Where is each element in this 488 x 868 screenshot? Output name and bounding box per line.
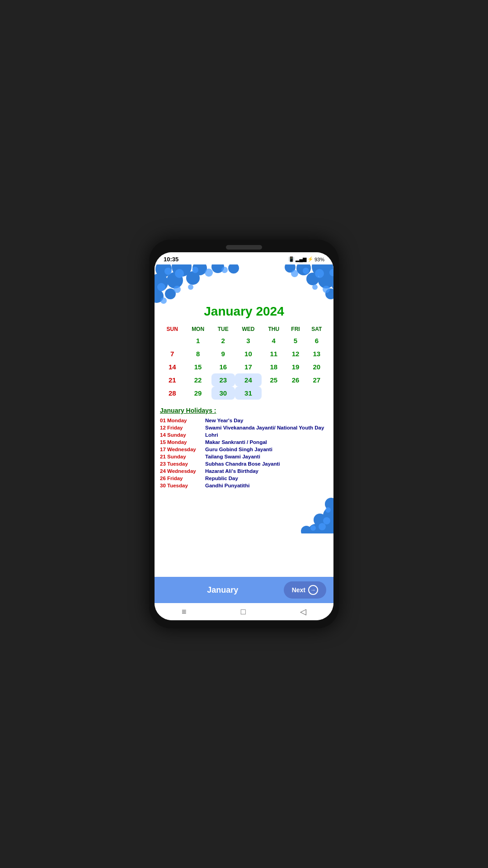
- calendar-grid: SUN MON TUE WED THU FRI SAT 123456789101…: [160, 324, 328, 400]
- snow-spacer: [155, 497, 333, 533]
- calendar-cell[interactable]: 8: [184, 347, 211, 360]
- main-content: January 2024 SUN MON TUE WED THU FRI SAT: [155, 264, 333, 577]
- calendar-cell[interactable]: 29: [184, 387, 211, 400]
- holidays-list: 01 MondayNew Year's Day12 FridaySwami Vi…: [160, 418, 328, 488]
- vibrate-icon: 📳: [288, 256, 295, 262]
- calendar-cell[interactable]: [262, 387, 286, 400]
- status-icons: 📳 ▂▄▆ ⚡ 93%: [288, 256, 324, 262]
- calendar-cell[interactable]: 10: [235, 347, 262, 360]
- calendar-cell[interactable]: 24: [235, 373, 262, 387]
- holiday-date: 15 Monday: [160, 439, 205, 445]
- battery-percent: 93%: [314, 257, 324, 262]
- calendar-cell[interactable]: 19: [286, 360, 305, 373]
- calendar-cell[interactable]: 14: [160, 360, 184, 373]
- calendar-cell[interactable]: 4: [262, 334, 286, 347]
- back-icon[interactable]: ◁: [300, 607, 306, 617]
- svg-point-45: [325, 507, 331, 513]
- header-tue: TUE: [211, 324, 235, 334]
- holiday-item: 12 FridaySwami Vivekananda Jayanti/ Nati…: [160, 425, 328, 430]
- holiday-name: Gandhi Punyatithi: [205, 483, 328, 488]
- holiday-date: 21 Sunday: [160, 454, 205, 459]
- calendar-row-3: 21222324252627: [160, 373, 328, 387]
- status-bar: 10:35 📳 ▂▄▆ ⚡ 93%: [155, 252, 333, 264]
- header-sat: SAT: [305, 324, 328, 334]
- holiday-date: 30 Tuesday: [160, 483, 205, 488]
- header-fri: FRI: [286, 324, 305, 334]
- holiday-item: 24 WednesdayHazarat Ali's Birthday: [160, 468, 328, 474]
- calendar-cell[interactable]: [305, 387, 328, 400]
- calendar-cell[interactable]: 20: [305, 360, 328, 373]
- holiday-item: 23 TuesdaySubhas Chandra Bose Jayanti: [160, 461, 328, 467]
- calendar-cell[interactable]: 26: [286, 373, 305, 387]
- calendar-cell[interactable]: 25: [262, 373, 286, 387]
- calendar-cell[interactable]: 12: [286, 347, 305, 360]
- header-wed: WED: [235, 324, 262, 334]
- holiday-date: 01 Monday: [160, 418, 205, 423]
- holiday-date: 26 Friday: [160, 476, 205, 481]
- calendar-cell[interactable]: 16: [211, 360, 235, 373]
- calendar-cell[interactable]: 5: [286, 334, 305, 347]
- calendar-cell[interactable]: 31: [235, 387, 262, 400]
- holiday-item: 30 TuesdayGandhi Punyatithi: [160, 483, 328, 488]
- holiday-item: 17 WednesdayGuru Gobind Singh Jayanti: [160, 447, 328, 452]
- holiday-item: 14 SundayLohri: [160, 432, 328, 438]
- nav-bar: ≡ □ ◁: [155, 603, 333, 620]
- next-button-label: Next: [292, 586, 305, 594]
- home-icon[interactable]: □: [241, 607, 246, 617]
- calendar-cell[interactable]: 13: [305, 347, 328, 360]
- calendar-cell[interactable]: 11: [262, 347, 286, 360]
- next-button[interactable]: Next →: [284, 581, 326, 599]
- battery-icon: ⚡: [307, 256, 314, 262]
- holiday-date: 12 Friday: [160, 425, 205, 430]
- holiday-item: 01 MondayNew Year's Day: [160, 418, 328, 423]
- signal-icon: ▂▄▆: [296, 256, 306, 262]
- holiday-name: Makar Sankranti / Pongal: [205, 439, 328, 445]
- holidays-section: January Holidays : 01 MondayNew Year's D…: [155, 407, 333, 497]
- calendar-cell[interactable]: 7: [160, 347, 184, 360]
- holiday-name: New Year's Day: [205, 418, 328, 423]
- holiday-name: Subhas Chandra Bose Jayanti: [205, 461, 328, 467]
- holiday-item: 15 MondayMakar Sankranti / Pongal: [160, 439, 328, 445]
- month-title: January 2024: [160, 304, 328, 319]
- calendar-cell[interactable]: 2: [211, 334, 235, 347]
- calendar-cell[interactable]: 30: [211, 387, 235, 400]
- calendar-cell[interactable]: 22: [184, 373, 211, 387]
- bottom-month-label: January: [162, 585, 284, 595]
- holiday-date: 14 Sunday: [160, 432, 205, 438]
- svg-point-44: [310, 525, 316, 531]
- holidays-title: January Holidays :: [160, 407, 328, 414]
- calendar-cell[interactable]: 21: [160, 373, 184, 387]
- calendar-cell[interactable]: 3: [235, 334, 262, 347]
- svg-point-42: [319, 523, 326, 530]
- calendar-cell[interactable]: 1: [184, 334, 211, 347]
- holiday-item: 21 SundayTailang Swami Jayanti: [160, 454, 328, 459]
- holiday-name: Hazarat Ali's Birthday: [205, 468, 328, 474]
- calendar-cell[interactable]: 6: [305, 334, 328, 347]
- holiday-name: Tailang Swami Jayanti: [205, 454, 328, 459]
- calendar-cell[interactable]: 28: [160, 387, 184, 400]
- calendar-cell[interactable]: 9: [211, 347, 235, 360]
- calendar-cell[interactable]: [160, 334, 184, 347]
- calendar-cell[interactable]: 27: [305, 373, 328, 387]
- holiday-item: 26 FridayRepublic Day: [160, 476, 328, 481]
- header-mon: MON: [184, 324, 211, 334]
- calendar-cell[interactable]: 15: [184, 360, 211, 373]
- calendar-cell[interactable]: 17: [235, 360, 262, 373]
- phone-shell: 10:35 📳 ▂▄▆ ⚡ 93%: [149, 240, 339, 628]
- calendar-row-2: 14151617181920: [160, 360, 328, 373]
- calendar-cell[interactable]: 18: [262, 360, 286, 373]
- holiday-name: Swami Vivekananda Jayanti/ National Yout…: [205, 425, 328, 430]
- calendar-cell[interactable]: [286, 387, 305, 400]
- calendar-row-0: 123456: [160, 334, 328, 347]
- menu-icon[interactable]: ≡: [182, 607, 187, 617]
- svg-point-43: [323, 517, 330, 524]
- header-thu: THU: [262, 324, 286, 334]
- holiday-name: Lohri: [205, 432, 328, 438]
- holiday-name: Guru Gobind Singh Jayanti: [205, 447, 328, 452]
- next-arrow-icon: →: [308, 585, 318, 595]
- holiday-date: 23 Tuesday: [160, 461, 205, 467]
- calendar-cell[interactable]: 23: [211, 373, 235, 387]
- bottom-bar: January Next →: [155, 577, 333, 603]
- calendar-row-4: 28293031: [160, 387, 328, 400]
- phone-notch: [226, 245, 262, 250]
